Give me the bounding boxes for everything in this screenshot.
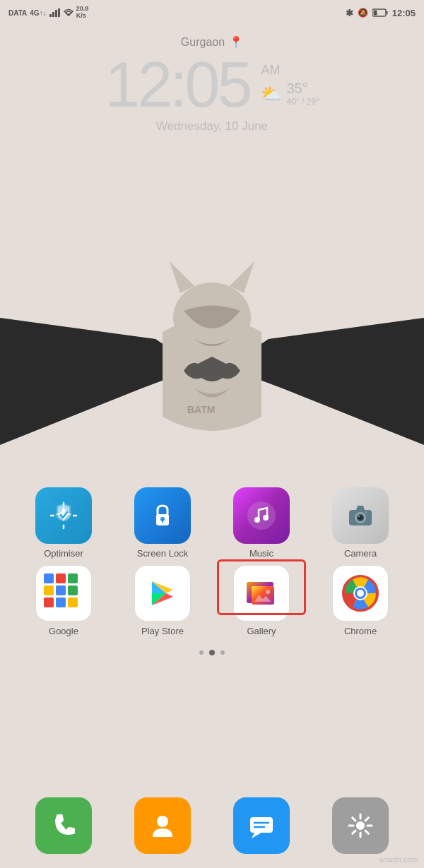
- status-right: ✱ 🔕 12:05: [346, 8, 416, 18]
- dock-messages[interactable]: [233, 797, 290, 854]
- data-speed: 20.8K/s: [76, 6, 89, 20]
- svg-rect-28: [44, 585, 54, 595]
- svg-rect-25: [44, 573, 54, 583]
- svg-line-55: [365, 831, 368, 833]
- screenlock-icon-bg: [134, 487, 191, 544]
- svg-rect-5: [386, 11, 387, 15]
- carrier-label: DATA: [8, 9, 27, 17]
- clock-row: 12:05 AM ⛅ 35° 40° / 29°: [105, 53, 319, 117]
- weather-temp: 35°: [286, 81, 319, 97]
- svg-point-23: [358, 516, 360, 517]
- svg-point-44: [157, 816, 168, 827]
- page-dot-3: [220, 650, 225, 655]
- watermark: wsxdn.com: [379, 855, 418, 864]
- clock-right: AM ⛅ 35° 40° / 29°: [261, 63, 319, 117]
- gallery-icon-bg: [233, 565, 290, 622]
- mute-icon: 🔕: [358, 8, 368, 18]
- svg-point-49: [356, 821, 365, 830]
- wifi-icon: [64, 8, 73, 17]
- google-label: Google: [49, 626, 78, 636]
- optimiser-label: Optimiser: [44, 548, 83, 559]
- svg-rect-1: [52, 12, 54, 17]
- music-label: Music: [249, 548, 273, 559]
- svg-rect-3: [58, 8, 60, 17]
- chrome-icon-bg: [332, 565, 389, 622]
- location-pin-icon: 📍: [229, 35, 243, 49]
- weather-range: 40° / 29°: [286, 97, 319, 107]
- app-row-2: Google: [0, 565, 424, 641]
- svg-rect-2: [55, 10, 57, 17]
- status-bar: DATA 4G↑↓ 20.8K/s ✱ 🔕: [0, 0, 424, 25]
- page-dot-2: [209, 650, 215, 655]
- batman-wallpaper: BATM: [0, 247, 424, 487]
- weather-info: ⛅ 35° 40° / 29°: [261, 81, 319, 107]
- clock-weather-widget: Gurgaon 📍 12:05 AM ⛅ 35° 40° / 29° Wedne…: [0, 35, 424, 133]
- app-row-1: Optimiser Screen Lock: [0, 487, 424, 563]
- clock-time: 12:05: [105, 53, 249, 117]
- svg-point-43: [357, 590, 364, 597]
- svg-rect-33: [68, 598, 78, 607]
- weather-cloud-icon: ⛅: [261, 84, 282, 104]
- svg-rect-30: [68, 585, 78, 595]
- svg-point-17: [263, 515, 269, 521]
- svg-rect-32: [56, 598, 66, 607]
- optimiser-icon-bg: [35, 487, 92, 544]
- bluetooth-icon: ✱: [346, 8, 353, 18]
- svg-text:BATM: BATM: [187, 404, 215, 415]
- app-chrome[interactable]: Chrome: [322, 565, 399, 636]
- location-row: Gurgaon 📍: [181, 35, 243, 49]
- svg-rect-14: [162, 519, 163, 523]
- app-gallery[interactable]: Gallery: [223, 565, 300, 636]
- network-type: 4G↑↓: [30, 9, 46, 17]
- app-music[interactable]: Music: [223, 487, 300, 559]
- signal-bars: [49, 8, 61, 17]
- music-icon-bg: [233, 487, 290, 544]
- camera-label: Camera: [344, 548, 377, 559]
- playstore-icon-bg: [134, 565, 191, 622]
- dock-settings[interactable]: [332, 797, 389, 854]
- page-dots: [0, 650, 424, 655]
- svg-point-15: [247, 501, 276, 530]
- svg-line-57: [353, 831, 355, 833]
- status-left: DATA 4G↑↓ 20.8K/s: [8, 6, 88, 20]
- battery-icon: [372, 8, 388, 17]
- bottom-dock: [0, 797, 424, 854]
- app-screenlock[interactable]: Screen Lock: [124, 487, 201, 559]
- app-optimiser[interactable]: Optimiser: [25, 487, 102, 559]
- clock-ampm: AM: [261, 63, 280, 78]
- dock-contacts[interactable]: [134, 797, 191, 854]
- svg-rect-29: [56, 585, 66, 595]
- gallery-label: Gallery: [247, 626, 276, 636]
- chrome-label: Chrome: [344, 626, 377, 636]
- location-text: Gurgaon: [181, 36, 225, 49]
- svg-line-54: [353, 818, 355, 821]
- app-google[interactable]: Google: [25, 565, 102, 636]
- svg-point-16: [254, 517, 260, 523]
- svg-rect-37: [252, 586, 274, 605]
- svg-marker-19: [356, 506, 365, 510]
- svg-rect-26: [56, 573, 66, 583]
- camera-icon-bg: [332, 487, 389, 544]
- svg-point-38: [266, 590, 270, 594]
- svg-rect-6: [373, 11, 377, 16]
- page-dot-1: [199, 650, 204, 655]
- svg-rect-45: [250, 817, 273, 833]
- status-time: 12:05: [392, 8, 416, 18]
- svg-point-24: [365, 511, 367, 513]
- svg-line-56: [365, 818, 368, 821]
- svg-rect-27: [68, 573, 78, 583]
- google-icon-bg: [35, 565, 92, 622]
- app-camera[interactable]: Camera: [322, 487, 399, 559]
- screenlock-label: Screen Lock: [137, 548, 188, 559]
- playstore-label: Play Store: [141, 626, 184, 636]
- svg-marker-46: [252, 833, 261, 838]
- svg-rect-0: [49, 14, 52, 17]
- dock-phone[interactable]: [35, 797, 92, 854]
- app-playstore[interactable]: Play Store: [124, 565, 201, 636]
- svg-rect-31: [44, 598, 54, 607]
- date-row: Wednesday, 10 June: [156, 119, 268, 133]
